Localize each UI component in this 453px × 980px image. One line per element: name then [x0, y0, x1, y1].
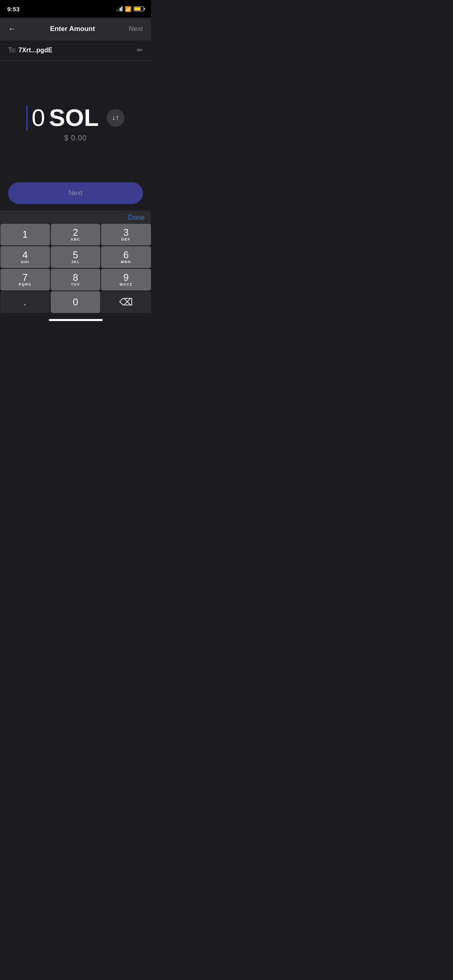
- key-5[interactable]: 5 JKL: [51, 246, 100, 268]
- home-indicator: [0, 313, 151, 327]
- key-6[interactable]: 6 MNO: [101, 246, 151, 268]
- recipient-info: To: 7Xrt...pgdE: [8, 47, 52, 54]
- key-7[interactable]: 7 PQRS: [0, 269, 50, 290]
- key-num-8: 8: [73, 273, 78, 282]
- key-letters-4: GHI: [21, 260, 29, 264]
- key-3[interactable]: 3 DEF: [101, 224, 151, 245]
- key-num-dot: .: [24, 297, 27, 307]
- wifi-icon: 📶: [125, 6, 131, 12]
- edit-icon[interactable]: ✏: [137, 46, 143, 55]
- status-icons: 📶 ⚡: [116, 6, 144, 12]
- key-num-5: 5: [73, 250, 78, 260]
- signal-icon: [116, 6, 123, 11]
- key-letters-7: PQRS: [19, 283, 31, 286]
- keyboard-area: Done 1 2 ABC 3 DEF 4 GHI 5 JKL: [0, 210, 151, 313]
- key-letters-5: JKL: [71, 260, 80, 264]
- key-4[interactable]: 4 GHI: [0, 246, 50, 268]
- nav-next-button[interactable]: Next: [129, 25, 143, 33]
- main-content: ← Enter Amount Next To: 7Xrt...pgdE ✏ 0 …: [0, 18, 151, 327]
- bolt-icon: ⚡: [137, 7, 141, 11]
- swap-icon: ↓↑: [112, 113, 119, 122]
- key-backspace[interactable]: ⌫: [101, 291, 151, 313]
- status-bar: 9:53 📶 ⚡: [0, 0, 151, 18]
- next-button-label: Next: [68, 189, 83, 197]
- amount-value: 0: [31, 106, 45, 130]
- key-num-4: 4: [22, 250, 27, 260]
- key-num-3: 3: [123, 228, 128, 237]
- nav-title: Enter Amount: [50, 25, 95, 33]
- key-num-7: 7: [22, 273, 27, 282]
- key-letters-9: WXYZ: [120, 283, 132, 286]
- back-button[interactable]: ←: [8, 24, 16, 33]
- next-button[interactable]: Next: [8, 182, 143, 204]
- keyboard-done-row: Done: [0, 210, 151, 223]
- key-letters-6: MNO: [121, 260, 131, 264]
- key-8[interactable]: 8 TUV: [51, 269, 100, 290]
- fiat-value: $ 0.00: [64, 134, 87, 142]
- done-button[interactable]: Done: [128, 214, 145, 222]
- nav-bar: ← Enter Amount Next: [0, 18, 151, 40]
- key-1[interactable]: 1: [0, 224, 50, 245]
- amount-display: 0 SOL ↓↑: [27, 105, 124, 131]
- backspace-icon: ⌫: [119, 297, 133, 307]
- key-2[interactable]: 2 ABC: [51, 224, 100, 245]
- key-num-2: 2: [73, 228, 78, 237]
- cursor-line: [27, 105, 28, 131]
- swap-button[interactable]: ↓↑: [107, 109, 124, 127]
- amount-area: 0 SOL ↓↑ $ 0.00: [0, 61, 151, 182]
- key-letters-8: TUV: [71, 283, 80, 286]
- battery-icon: ⚡: [134, 6, 144, 11]
- key-num-1: 1: [22, 230, 27, 239]
- key-num-9: 9: [123, 273, 128, 282]
- recipient-address: 7Xrt...pgdE: [19, 47, 52, 54]
- key-letters-3: DEF: [122, 238, 131, 241]
- to-label: To:: [8, 47, 17, 54]
- recipient-row: To: 7Xrt...pgdE ✏: [0, 40, 151, 61]
- key-dot[interactable]: .: [0, 291, 50, 313]
- battery-wrapper: ⚡: [134, 6, 144, 11]
- keyboard-grid: 1 2 ABC 3 DEF 4 GHI 5 JKL 6 MNO: [0, 223, 151, 313]
- key-9[interactable]: 9 WXYZ: [101, 269, 151, 290]
- home-bar: [49, 319, 103, 321]
- amount-currency: SOL: [49, 106, 99, 130]
- key-num-0: 0: [73, 297, 78, 307]
- key-0[interactable]: 0: [51, 291, 100, 313]
- key-letters-2: ABC: [70, 238, 80, 241]
- key-num-6: 6: [123, 250, 128, 260]
- status-time: 9:53: [7, 6, 20, 12]
